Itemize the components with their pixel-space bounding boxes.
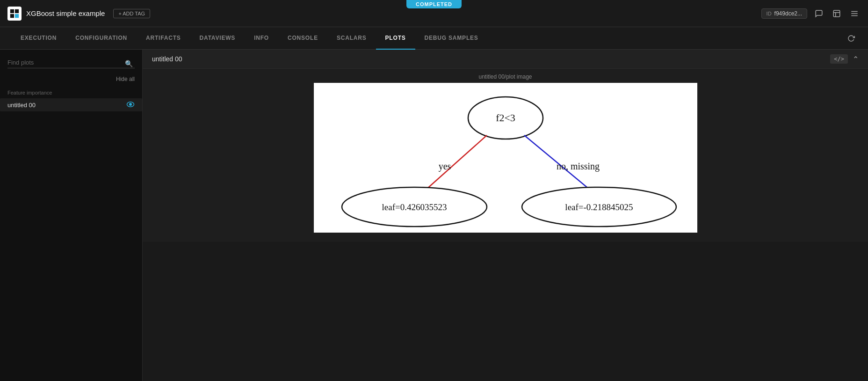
tab-artifacts[interactable]: ARTIFACTS xyxy=(137,27,190,50)
plot-svg-container: f2<3 yes no, missing leaf=0.4 xyxy=(314,83,697,233)
tab-scalars[interactable]: SCALARS xyxy=(327,27,376,50)
sidebar: 🔍 Hide all Feature importance untitled 0… xyxy=(0,50,143,381)
plot-tree-svg: f2<3 yes no, missing leaf=0.4 xyxy=(314,83,697,233)
tab-info[interactable]: INFO xyxy=(245,27,278,50)
menu-button[interactable] xyxy=(848,7,861,20)
tab-console[interactable]: CONSOLE xyxy=(278,27,327,50)
plot-card: untitled 00 </> ⌃ untitled 00/plot image… xyxy=(143,50,868,242)
tab-debug-samples[interactable]: DEBUG SAMPLES xyxy=(415,27,488,50)
tab-plots[interactable]: PLOTS xyxy=(376,27,415,50)
refresh-button[interactable] xyxy=(846,33,857,44)
id-value: f949dce2... xyxy=(774,10,802,17)
right-leaf-label: leaf=-0.218845025 xyxy=(565,202,633,212)
code-button[interactable]: </> xyxy=(830,54,848,64)
comments-button[interactable] xyxy=(813,7,825,20)
svg-point-9 xyxy=(130,103,132,106)
root-label: f2<3 xyxy=(496,112,515,124)
svg-rect-2 xyxy=(10,14,14,17)
add-tag-button[interactable]: + ADD TAG xyxy=(113,9,150,18)
hide-all-button[interactable]: Hide all xyxy=(116,76,135,82)
top-right-actions: ID f949dce2... xyxy=(761,7,861,20)
top-bar: XGBoost simple example + ADD TAG COMPLET… xyxy=(0,0,868,27)
search-input[interactable] xyxy=(7,57,135,68)
search-icon: 🔍 xyxy=(125,60,133,67)
plot-image-area: f2<3 yes no, missing leaf=0.4 xyxy=(143,83,868,242)
sidebar-item-untitled00[interactable]: untitled 00 xyxy=(0,98,142,111)
nav-tabs: EXECUTION CONFIGURATION ARTIFACTS DATAVI… xyxy=(0,27,868,50)
svg-rect-3 xyxy=(15,14,19,17)
content-area: untitled 00 </> ⌃ untitled 00/plot image… xyxy=(143,50,868,381)
share-button[interactable] xyxy=(831,7,843,20)
tab-execution[interactable]: EXECUTION xyxy=(11,27,66,50)
no-missing-label: no, missing xyxy=(556,161,599,172)
search-area: 🔍 xyxy=(0,57,142,74)
logo-area: XGBoost simple example + ADD TAG xyxy=(7,7,150,21)
plot-card-title: untitled 00 xyxy=(152,55,182,63)
tab-dataviews[interactable]: DATAVIEWS xyxy=(190,27,245,50)
status-badge: COMPLETED xyxy=(406,0,462,8)
main-layout: 🔍 Hide all Feature importance untitled 0… xyxy=(0,50,868,381)
logo-icon xyxy=(7,7,22,21)
plot-card-actions: </> ⌃ xyxy=(830,54,859,64)
tab-configuration[interactable]: CONFIGURATION xyxy=(66,27,137,50)
svg-rect-4 xyxy=(833,10,840,17)
id-label: ID xyxy=(767,11,772,16)
sidebar-item-name: untitled 00 xyxy=(7,102,36,109)
id-badge: ID f949dce2... xyxy=(761,8,807,19)
collapse-button[interactable]: ⌃ xyxy=(853,55,859,64)
left-leaf-label: leaf=0.426035523 xyxy=(382,202,447,212)
yes-label: yes xyxy=(438,161,451,172)
hide-all-row: Hide all xyxy=(0,74,142,86)
svg-rect-0 xyxy=(10,9,14,13)
eye-icon[interactable] xyxy=(126,101,135,109)
sidebar-section-label: Feature importance xyxy=(0,86,142,98)
plot-subtitle: untitled 00/plot image xyxy=(143,69,868,83)
plot-card-header: untitled 00 </> ⌃ xyxy=(143,50,868,69)
app-title: XGBoost simple example xyxy=(26,9,105,17)
svg-rect-1 xyxy=(15,9,19,13)
